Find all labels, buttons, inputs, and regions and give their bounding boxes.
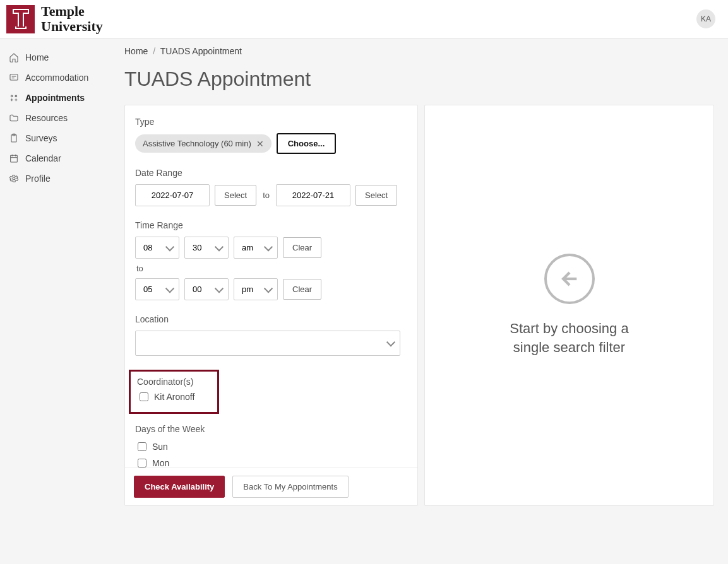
days-label: Days of the Week — [135, 424, 407, 434]
type-chip-text: Assistive Technology (60 min) — [143, 139, 251, 148]
coordinator-checkbox[interactable] — [140, 392, 148, 401]
days-section: Days of the Week Sun Mon Tue — [135, 424, 407, 467]
coordinator-name: Kit Aronoff — [154, 392, 194, 402]
breadcrumb-home[interactable]: Home — [124, 46, 148, 56]
date-from-input[interactable] — [135, 184, 210, 206]
date-range-section: Date Range Select to Select — [135, 168, 407, 206]
gear-icon — [9, 173, 19, 184]
to-text-2: to — [136, 264, 406, 273]
brand-logo — [6, 5, 35, 33]
calendar-icon — [9, 153, 19, 163]
time-range-section: Time Range 08 30 am Clear to 05 00 pm — [135, 220, 407, 300]
folder-icon — [9, 113, 19, 123]
svg-rect-6 — [10, 74, 18, 80]
coordinators-label: Coordinator(s) — [137, 377, 211, 387]
brand-line2: University — [41, 19, 103, 34]
brand: Temple University — [6, 4, 103, 34]
sidebar-item-resources[interactable]: Resources — [0, 108, 110, 128]
time-to-min-select[interactable]: 00 — [184, 278, 229, 300]
svg-rect-4 — [19, 10, 23, 28]
sidebar-item-home[interactable]: Home — [0, 47, 110, 68]
date-range-label: Date Range — [135, 168, 407, 178]
select-to-button[interactable]: Select — [355, 185, 397, 206]
day-sun-text: Sun — [152, 442, 168, 452]
to-text: to — [263, 191, 270, 200]
breadcrumb-separator: / — [153, 46, 155, 56]
brand-text: Temple University — [41, 4, 103, 34]
location-select[interactable] — [135, 331, 400, 356]
type-chip: Assistive Technology (60 min) ✕ — [135, 134, 272, 153]
date-to-input[interactable] — [276, 184, 350, 206]
filter-panel: Type Assistive Technology (60 min) ✕ Cho… — [124, 105, 418, 506]
check-availability-button[interactable]: Check Availability — [134, 476, 225, 498]
type-label: Type — [135, 117, 407, 127]
coordinators-highlight: Coordinator(s) Kit Aronoff — [129, 370, 219, 414]
arrow-left-circle-icon — [544, 254, 595, 304]
main: Home / TUADS Appointment TUADS Appointme… — [110, 38, 728, 520]
svg-point-21 — [13, 177, 15, 180]
clear-to-button[interactable]: Clear — [283, 279, 321, 300]
clear-from-button[interactable]: Clear — [283, 237, 321, 258]
empty-state: Start by choosing a single search filter — [510, 254, 628, 358]
empty-line2: single search filter — [510, 338, 628, 358]
chat-icon — [9, 73, 19, 83]
sidebar-item-label: Surveys — [25, 133, 57, 143]
sidebar-item-label: Accommodation — [25, 73, 88, 83]
home-icon — [9, 52, 19, 62]
results-panel: Start by choosing a single search filter — [424, 105, 714, 506]
layout: Home Accommodation Appointments Resource… — [0, 38, 728, 520]
sidebar-item-label: Resources — [25, 113, 68, 123]
filter-scroll[interactable]: Type Assistive Technology (60 min) ✕ Cho… — [125, 105, 417, 467]
svg-rect-5 — [16, 26, 25, 28]
day-sun-checkbox[interactable] — [138, 442, 146, 451]
sidebar-item-calendar[interactable]: Calendar — [0, 148, 110, 168]
day-mon-checkbox[interactable] — [138, 459, 146, 467]
back-button[interactable]: Back To My Appointments — [232, 476, 348, 498]
close-icon[interactable]: ✕ — [256, 139, 264, 148]
svg-point-9 — [11, 95, 13, 97]
header: Temple University KA — [0, 0, 728, 38]
appointments-icon — [9, 93, 19, 103]
sidebar-item-appointments[interactable]: Appointments — [0, 88, 110, 108]
clipboard-icon — [9, 133, 19, 143]
panel-footer: Check Availability Back To My Appointmen… — [125, 467, 417, 505]
choose-button[interactable]: Choose... — [277, 133, 337, 154]
svg-rect-17 — [11, 156, 18, 163]
location-label: Location — [135, 314, 407, 324]
breadcrumb-current: TUADS Appointment — [160, 46, 242, 56]
select-from-button[interactable]: Select — [215, 185, 256, 206]
brand-line1: Temple — [41, 4, 103, 19]
empty-state-text: Start by choosing a single search filter — [510, 319, 628, 358]
location-section: Location — [135, 314, 407, 356]
sidebar-item-label: Home — [25, 52, 49, 62]
breadcrumb: Home / TUADS Appointment — [124, 46, 714, 56]
time-to-ampm-select[interactable]: pm — [234, 278, 278, 300]
sidebar-item-profile[interactable]: Profile — [0, 168, 110, 189]
time-from-hour-select[interactable]: 08 — [135, 237, 179, 259]
sidebar-item-accommodation[interactable]: Accommodation — [0, 68, 110, 88]
time-range-label: Time Range — [135, 220, 407, 230]
empty-line1: Start by choosing a — [510, 319, 628, 339]
sidebar-item-label: Profile — [25, 173, 51, 184]
page-title: TUADS Appointment — [124, 68, 714, 91]
time-from-ampm-select[interactable]: am — [234, 237, 278, 259]
sidebar: Home Accommodation Appointments Resource… — [0, 38, 110, 520]
time-to-hour-select[interactable]: 05 — [135, 278, 179, 300]
day-mon-row[interactable]: Mon — [135, 457, 407, 467]
avatar[interactable]: KA — [696, 9, 715, 28]
coordinator-row[interactable]: Kit Aronoff — [137, 391, 211, 403]
day-sun-row[interactable]: Sun — [135, 440, 407, 453]
sidebar-item-label: Appointments — [25, 93, 85, 103]
panel-row: Type Assistive Technology (60 min) ✕ Cho… — [124, 105, 714, 506]
time-from-min-select[interactable]: 30 — [184, 237, 229, 259]
sidebar-item-surveys[interactable]: Surveys — [0, 128, 110, 148]
svg-point-10 — [15, 95, 17, 97]
type-section: Type Assistive Technology (60 min) ✕ Cho… — [135, 117, 407, 154]
day-mon-text: Mon — [152, 458, 169, 467]
sidebar-item-label: Calendar — [25, 153, 61, 163]
